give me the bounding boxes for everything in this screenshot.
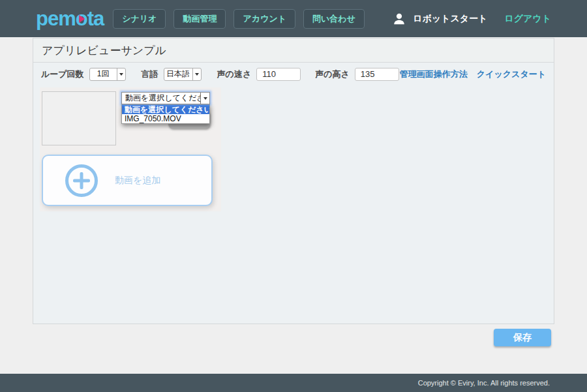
page-title: アプリレビューサンプル (33, 38, 554, 63)
logo-text-pre: pem (36, 7, 76, 31)
play-icon (79, 15, 85, 23)
admin-manual-link[interactable]: 管理画面操作方法 (400, 68, 468, 80)
settings-row: ループ回数 1回 言語 日本語 声の速さ 声の高さ 管理画面操作方法 クイックス… (33, 63, 554, 85)
header-right: ロボットスタート ログアウト (392, 12, 551, 26)
header: pemota シナリオ 動画管理 アカウント 問い合わせ ロボットスタート ログ… (0, 0, 587, 37)
video-select[interactable]: 動画を選択してください (121, 92, 210, 104)
nav-contact-button[interactable]: 問い合わせ (303, 9, 365, 29)
voice-pitch-input[interactable] (355, 68, 399, 81)
video-select-dropdown: 動画を選択してください IMG_7050.MOV (121, 104, 210, 124)
nav-video-management-button[interactable]: 動画管理 (173, 9, 226, 29)
add-video-button[interactable]: 動画を追加 (42, 155, 213, 206)
help-links: 管理画面操作方法 クイックスタート (400, 68, 546, 80)
main-nav: シナリオ 動画管理 アカウント 問い合わせ (113, 9, 365, 29)
loop-count-select[interactable]: 1回 (89, 68, 126, 81)
video-thumbnail-placeholder (42, 91, 116, 145)
logo-text-post: ta (87, 7, 104, 31)
quickstart-link[interactable]: クイックスタート (477, 68, 546, 80)
save-button[interactable]: 保存 (494, 329, 551, 346)
video-select-value: 動画を選択してください (122, 93, 200, 104)
loop-count-label: ループ回数 (41, 68, 84, 80)
plus-circle-icon (65, 164, 98, 197)
nav-account-button[interactable]: アカウント (233, 9, 295, 29)
logo-letter-o: o (76, 7, 87, 31)
chevron-down-icon (192, 68, 201, 80)
footer-copyright: Copyright © Eviry, Inc. All rights reser… (0, 374, 587, 392)
logo[interactable]: pemota (36, 7, 104, 31)
user-name: ロボットスタート (413, 13, 487, 25)
video-option-placeholder[interactable]: 動画を選択してください (122, 105, 209, 114)
voice-speed-input[interactable] (256, 68, 301, 81)
language-value: 日本語 (164, 68, 192, 80)
nav-scenario-button[interactable]: シナリオ (113, 9, 166, 29)
add-video-label: 動画を追加 (115, 175, 160, 187)
user-icon (392, 12, 406, 26)
video-item-section: 削除 動画を選択してください 動画を選択してください IMG_7050.MOV … (40, 87, 221, 211)
video-option-img-7050[interactable]: IMG_7050.MOV (122, 114, 209, 123)
language-label: 言語 (142, 68, 158, 80)
language-select[interactable]: 日本語 (164, 68, 202, 81)
content-card: アプリレビューサンプル ループ回数 1回 言語 日本語 声の速さ 声の高さ 管理… (33, 38, 554, 324)
chevron-down-icon (117, 68, 125, 80)
voice-speed-label: 声の速さ (217, 68, 252, 80)
loop-count-value: 1回 (90, 68, 117, 80)
app-screen: pemota シナリオ 動画管理 アカウント 問い合わせ ロボットスタート ログ… (0, 0, 587, 392)
chevron-down-icon (200, 93, 209, 104)
voice-pitch-label: 声の高さ (315, 68, 350, 80)
logout-link[interactable]: ログアウト (504, 13, 551, 25)
